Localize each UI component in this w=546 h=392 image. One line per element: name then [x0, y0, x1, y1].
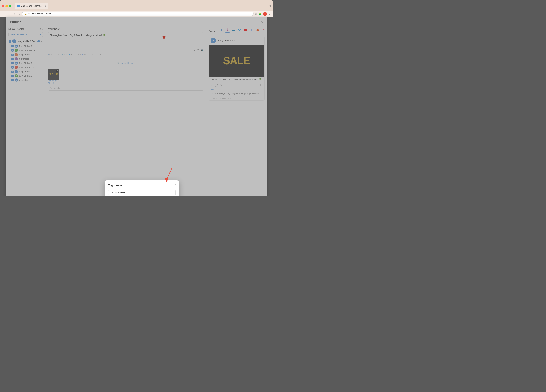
svg-line-8 — [167, 168, 172, 180]
modal-title: Tag a user — [108, 184, 176, 187]
modal-close-button[interactable]: ✕ — [174, 183, 176, 186]
url-text: vistasocial.com/calendar — [28, 13, 51, 15]
tag-user-modal: ✕ Tag a user J Just Organic Juice @justo… — [105, 180, 179, 196]
tab-title: Vista Social - Calendar — [21, 5, 42, 7]
svg-marker-9 — [165, 178, 169, 182]
browser-chrome: Vista Social - Calendar ✕ + ⊡ — [0, 0, 273, 11]
tag-user-input[interactable] — [108, 190, 176, 196]
forward-button[interactable]: → — [7, 12, 11, 16]
address-bar-row: ← → ↻ ⌂ 🔒 vistasocial.com/calendar ☆ 🧩 A… — [0, 11, 273, 17]
tab-bar: Vista Social - Calendar ✕ + — [15, 3, 267, 9]
modal-backdrop: ✕ Tag a user J Just Organic Juice @justo… — [6, 17, 267, 196]
close-traffic-light[interactable] — [2, 5, 4, 7]
address-bar[interactable]: 🔒 vistasocial.com/calendar — [22, 12, 254, 16]
traffic-lights — [2, 5, 11, 7]
reload-button[interactable]: ↻ — [13, 12, 16, 16]
app-window: Publish ✕ Social Profiles ≡ ‹ Select P — [6, 17, 267, 196]
bookmark-icon[interactable]: ☆ — [255, 12, 257, 15]
profile-avatar[interactable]: A — [263, 12, 267, 16]
new-tab-button[interactable]: + — [49, 4, 52, 8]
modal-arrow — [163, 166, 174, 183]
active-tab[interactable]: Vista Social - Calendar ✕ — [15, 3, 48, 9]
menu-icon[interactable]: ⋮ — [268, 12, 271, 15]
minimize-traffic-light[interactable] — [6, 5, 8, 7]
fullscreen-traffic-light[interactable] — [9, 5, 11, 7]
extensions-icon[interactable]: 🧩 — [259, 12, 262, 15]
tab-favicon — [17, 5, 20, 7]
lock-icon: 🔒 — [25, 13, 27, 15]
back-button[interactable]: ← — [2, 12, 6, 16]
tab-close-button[interactable]: ✕ — [44, 5, 46, 7]
cast-icon[interactable]: ⊡ — [269, 5, 271, 7]
home-button[interactable]: ⌂ — [18, 12, 20, 16]
